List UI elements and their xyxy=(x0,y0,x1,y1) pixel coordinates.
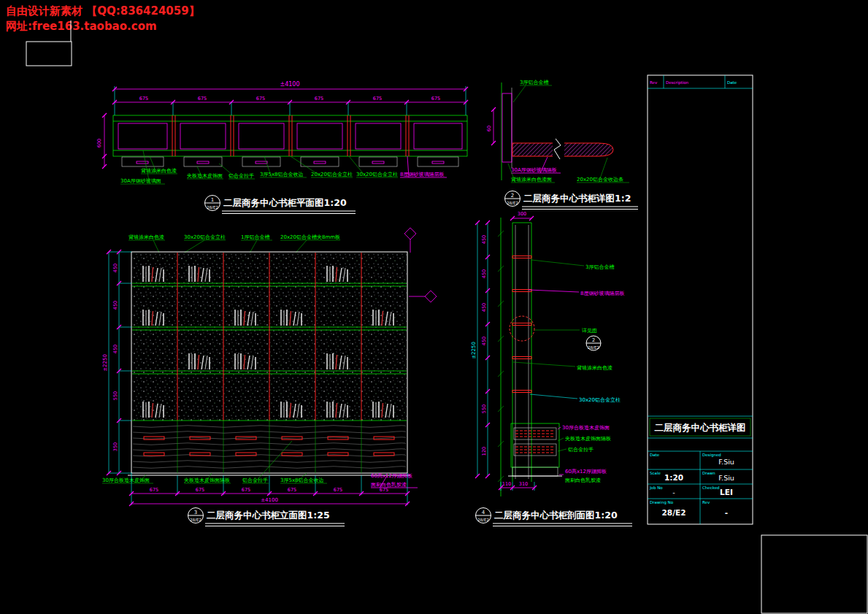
elev-label-back-wall: 背墙涂米白色漆 xyxy=(128,234,164,240)
elev-dim-v3: 450 xyxy=(112,345,118,353)
plan-label-plywood: 夹板造木皮饰面 xyxy=(187,173,223,179)
tb-r4l-value: 28/E2 xyxy=(662,508,686,517)
section-cut-marker-top xyxy=(404,228,416,253)
plan-ref-num: 1 xyxy=(211,197,214,203)
plan-dim-left: 600 xyxy=(96,139,102,147)
detail-label-back-wall: 背墙涂米白色漆面 xyxy=(511,177,552,183)
detail-dim-depth: 60 xyxy=(486,126,492,131)
sec-dim-v2: 450 xyxy=(481,269,487,278)
elevation-view: 背墙涂米白色漆 30x20铝合金立柱 1厚铝合金槽 20x20铝合金槽夹8mm板 xyxy=(102,228,437,526)
elev-ref-sheet: 28/E2 xyxy=(190,518,201,522)
plan-dim-seg-2: 675 xyxy=(198,96,207,101)
elev-dim-s2: 675 xyxy=(196,487,204,493)
tb-r1r-label: Designed xyxy=(702,453,721,458)
section-detail-circle xyxy=(510,316,534,341)
elev-dim-s3: 675 xyxy=(242,487,250,493)
elev-label-divider: 夹板造木皮饰面隔板 xyxy=(184,477,230,483)
elevation-bottom-labels: 30厚合板造木皮饰面 夹板造木皮饰面隔板 铝合金拉手 3厚5x8铝合金收边 60… xyxy=(102,441,418,488)
plan-dim-seg-1: 675 xyxy=(139,96,148,101)
tb-r1l-label: Date xyxy=(650,453,660,457)
tb-drawing-title: 二层商务中心书柜详图 xyxy=(655,422,746,433)
plan-view: ±4100 675 675 675 675 675 675 600 xyxy=(96,81,468,214)
sec-dim-b2: 310 xyxy=(519,481,528,487)
elevation-body xyxy=(128,252,410,475)
detail-title: 2 28/E2 二层商务中心书柜详图1:2 xyxy=(505,191,639,210)
plan-label-handle: 铝合金拉手 xyxy=(228,173,254,179)
elev-dim-s1: 675 xyxy=(150,487,158,493)
plan-body xyxy=(113,115,467,166)
elev-label-counter: 30厚合板造木皮饰面 xyxy=(102,477,150,483)
elev-dim-overall-v: ±2250 xyxy=(102,354,108,372)
watermark-line1: 自由设计新素材 【QQ:836424059】 xyxy=(6,4,200,18)
section-detail-ref-sheet: 28/E2 xyxy=(588,345,599,350)
sec-dim-b1: 110 xyxy=(502,481,511,487)
sec-dim-v4: 450 xyxy=(481,337,487,345)
section-detail-ref-num: 2 xyxy=(592,337,595,343)
sec-label-counter: 30厚合板造木皮饰面 xyxy=(562,425,610,431)
title-block-table: Date Designed F.Siu Scale Drawn 1:20 F.S… xyxy=(648,451,753,524)
sec-label-back-wall: 背墙涂米白色漆 xyxy=(577,365,612,371)
title-block: Rev Description Date 二层商务中心书柜详图 Date Des… xyxy=(648,75,753,524)
plan-dim-seg-6: 675 xyxy=(431,96,440,101)
elevation-title: 3 28/E2 二层商务中心书柜立面图1:25 xyxy=(188,508,345,526)
sec-dim-v1: 450 xyxy=(481,235,487,244)
cad-canvas: 自由设计新素材 【QQ:836424059】 网址:free163.taobao… xyxy=(0,0,868,614)
section-view: 300 详见图 2 28/E2 3厚铝合金槽 8厘钢砂玻璃隔层板 背墙涂米白色漆… xyxy=(471,211,632,526)
elev-label-channel: 1厚铝合金槽 xyxy=(241,234,269,240)
sec-ref-num: 4 xyxy=(482,510,485,515)
elev-ref-num: 3 xyxy=(194,510,197,515)
tb-r4l-label: Drawing No xyxy=(650,500,674,505)
plan-labels: 背墙涂米白色漆 30A厚钢砂玻璃面 夹板造木皮饰面 铝合金拉手 3厚5x8铝合金… xyxy=(120,150,447,184)
elev-dim-v5: 350 xyxy=(112,442,118,451)
section-title-text: 二层商务中心书柜剖面图1:20 xyxy=(494,510,618,521)
plan-ref-sheet: 28/E2 xyxy=(207,205,218,210)
tb-r3r-label: Checked xyxy=(702,486,720,490)
title-block-title: 二层商务中心书柜详图 xyxy=(648,416,753,438)
tb-r3l-label: Job No xyxy=(649,486,663,491)
elev-dim-s5: 675 xyxy=(334,487,342,493)
plan-dim-seg-5: 675 xyxy=(373,96,382,101)
detail-view: 3厚铝合金槽 60 30A厚钢砂玻璃隔板 背墙涂米白色漆面 20x20铝合金收边… xyxy=(486,80,638,210)
elev-dim-s6: 675 xyxy=(380,487,388,493)
tb-r2l-value: 1:20 xyxy=(664,473,683,482)
tb-r4r-value: - xyxy=(725,508,728,517)
elev-label-glass: 20x20铝合金槽夹8mm板 xyxy=(280,234,340,240)
section-detail-ref-bubble: 2 28/E2 xyxy=(586,336,601,350)
sec-dim-v3: 450 xyxy=(481,303,487,312)
detail-ref-sheet: 28/E2 xyxy=(507,201,518,205)
sec-label-channel: 3厚铝合金槽 xyxy=(585,264,614,270)
section-title: 4 28/E2 二层商务中心书柜剖面图1:20 xyxy=(476,508,633,526)
plan-dimensions: ±4100 675 675 675 675 675 675 600 xyxy=(96,81,468,169)
elev-label-post: 30x20铝合金立柱 xyxy=(184,234,226,240)
plan-title: 1 28/E2 二层商务中心书柜平面图1:20 xyxy=(205,196,356,214)
plan-label-glass-shelf: 8厘钢砂玻璃隔层板 xyxy=(400,172,444,177)
plan-label-alu-edge: 3厚5x8铝合金收边 xyxy=(260,172,304,177)
sec-dim-overall: ±2250 xyxy=(471,342,477,359)
detail-label-glass: 30A厚钢砂玻璃隔板 xyxy=(511,167,557,173)
section-labels: 3厚铝合金槽 8厘钢砂玻璃隔层板 背墙涂米白色漆 30x20铝合金立柱 xyxy=(513,260,624,403)
tb-r2r-label: Drawn xyxy=(702,471,715,475)
elev-dim-v2: 450 xyxy=(112,301,118,310)
detail-ref-num: 2 xyxy=(511,193,514,199)
detail-label-alu-trim: 20x20铝合金收边条 xyxy=(577,177,623,183)
plan-label-post-20: 20x20铝合金立柱 xyxy=(311,172,353,177)
detail-title-text: 二层商务中心书柜详图1:2 xyxy=(523,193,631,204)
sec-label-post: 30x20铝合金立柱 xyxy=(579,397,621,403)
elev-dim-overall-w: ±4100 xyxy=(261,497,278,503)
elev-dim-s4: 675 xyxy=(288,487,296,493)
plan-label-glass-face: 30A厚钢砂玻璃面 xyxy=(120,178,161,184)
detail-label-alu-channel: 3厚铝合金槽 xyxy=(520,80,548,85)
tb-r3l-value: - xyxy=(672,488,675,496)
tb-r4r-label: Rev xyxy=(702,500,710,504)
sec-label-handle: 铝合金拉手 xyxy=(567,447,594,453)
sec-label-divider: 夹板造木皮饰面隔板 xyxy=(565,436,611,442)
sec-label-glass-shelf: 8厘钢砂玻璃隔层板 xyxy=(580,291,624,296)
elevation-bottom-dims: 675 675 675 675 675 675 ±4100 xyxy=(129,473,410,506)
plan-title-text: 二层商务中心书柜平面图1:20 xyxy=(223,197,347,208)
plan-label-back-wall: 背墙涂米白色漆 xyxy=(141,168,177,174)
plan-dim-seg-3: 675 xyxy=(256,96,265,101)
tb-header-col1: Rev xyxy=(650,80,658,85)
tb-r1r-value: F.Siu xyxy=(718,458,734,466)
elev-dim-v4: 550 xyxy=(112,391,118,400)
sec-dim-v5: 550 xyxy=(481,404,487,413)
